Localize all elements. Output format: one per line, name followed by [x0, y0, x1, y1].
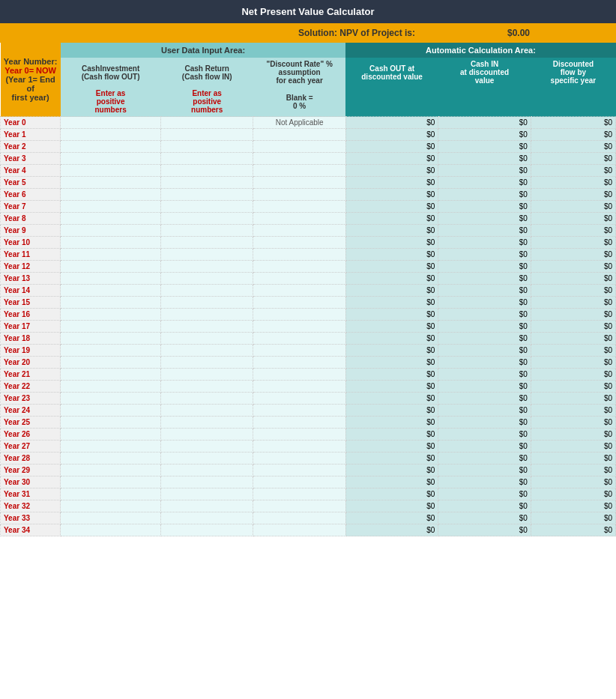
cash-return-input-cell[interactable]: [160, 309, 253, 321]
investment-input-cell[interactable]: [61, 285, 161, 297]
cash-return-input-cell[interactable]: [160, 177, 253, 189]
investment-input-cell[interactable]: [61, 345, 161, 357]
discount-rate-input-cell[interactable]: [253, 345, 345, 357]
cash-return-input-cell[interactable]: [160, 345, 253, 357]
cash-return-input-cell[interactable]: [160, 153, 253, 165]
discount-rate-input-cell[interactable]: [253, 393, 345, 405]
discount-rate-input-cell[interactable]: [253, 488, 345, 500]
cash-return-input-cell[interactable]: [160, 165, 253, 177]
discount-rate-input-cell[interactable]: [253, 500, 345, 512]
discount-rate-input-cell[interactable]: [253, 441, 345, 453]
investment-input-cell[interactable]: [61, 500, 161, 512]
investment-input-cell[interactable]: [61, 309, 161, 321]
investment-input-cell[interactable]: [61, 201, 161, 213]
cash-return-input-cell[interactable]: [160, 141, 253, 153]
investment-input-cell[interactable]: [61, 429, 161, 441]
investment-input-cell[interactable]: [61, 177, 161, 189]
cash-return-input-cell[interactable]: [160, 512, 253, 524]
discount-rate-input-cell[interactable]: [253, 261, 345, 273]
discount-rate-input-cell[interactable]: [253, 321, 345, 333]
cash-return-input-cell[interactable]: [160, 393, 253, 405]
investment-input-cell[interactable]: [61, 381, 161, 393]
discount-rate-input-cell[interactable]: [253, 333, 345, 345]
investment-input-cell[interactable]: [61, 141, 161, 153]
investment-input-cell[interactable]: [61, 465, 161, 476]
cash-return-input-cell[interactable]: [160, 441, 253, 453]
cash-return-input-cell[interactable]: [160, 357, 253, 369]
cash-return-input-cell[interactable]: [160, 189, 253, 201]
investment-input-cell[interactable]: [61, 405, 161, 417]
investment-input-cell[interactable]: [61, 321, 161, 333]
investment-input-cell[interactable]: [61, 393, 161, 405]
discount-rate-input-cell[interactable]: [253, 429, 345, 441]
discount-rate-input-cell[interactable]: [253, 225, 345, 237]
cash-return-input-cell[interactable]: [160, 429, 253, 441]
discount-rate-input-cell[interactable]: [253, 512, 345, 524]
discount-rate-input-cell[interactable]: [253, 369, 345, 381]
investment-input-cell[interactable]: [61, 441, 161, 453]
cash-return-input-cell[interactable]: [160, 117, 253, 129]
discount-rate-input-cell[interactable]: [253, 189, 345, 201]
cash-return-input-cell[interactable]: [160, 417, 253, 429]
cash-return-input-cell[interactable]: [160, 261, 253, 273]
discount-rate-input-cell[interactable]: [253, 237, 345, 249]
investment-input-cell[interactable]: [61, 273, 161, 285]
discount-rate-input-cell[interactable]: [253, 213, 345, 225]
cash-return-input-cell[interactable]: [160, 476, 253, 488]
investment-input-cell[interactable]: [61, 333, 161, 345]
discount-rate-input-cell[interactable]: [253, 273, 345, 285]
investment-input-cell[interactable]: [61, 117, 161, 129]
cash-return-input-cell[interactable]: [160, 369, 253, 381]
discount-rate-input-cell[interactable]: [253, 476, 345, 488]
investment-input-cell[interactable]: [61, 369, 161, 381]
investment-input-cell[interactable]: [61, 225, 161, 237]
investment-input-cell[interactable]: [61, 153, 161, 165]
discount-rate-input-cell[interactable]: [253, 285, 345, 297]
cash-return-input-cell[interactable]: [160, 285, 253, 297]
investment-input-cell[interactable]: [61, 476, 161, 488]
discount-rate-input-cell[interactable]: [253, 453, 345, 465]
cash-return-input-cell[interactable]: [160, 381, 253, 393]
discount-rate-input-cell[interactable]: [253, 129, 345, 141]
investment-input-cell[interactable]: [61, 524, 161, 536]
investment-input-cell[interactable]: [61, 417, 161, 429]
investment-input-cell[interactable]: [61, 261, 161, 273]
cash-return-input-cell[interactable]: [160, 500, 253, 512]
cash-return-input-cell[interactable]: [160, 201, 253, 213]
investment-input-cell[interactable]: [61, 512, 161, 524]
discount-rate-input-cell[interactable]: [253, 309, 345, 321]
discount-rate-input-cell[interactable]: [253, 201, 345, 213]
cash-return-input-cell[interactable]: [160, 129, 253, 141]
discount-rate-input-cell[interactable]: [253, 141, 345, 153]
cash-return-input-cell[interactable]: [160, 321, 253, 333]
investment-input-cell[interactable]: [61, 237, 161, 249]
discount-rate-input-cell[interactable]: [253, 249, 345, 261]
discount-rate-input-cell[interactable]: [253, 524, 345, 536]
investment-input-cell[interactable]: [61, 165, 161, 177]
cash-return-input-cell[interactable]: [160, 213, 253, 225]
discount-rate-input-cell[interactable]: [253, 381, 345, 393]
cash-return-input-cell[interactable]: [160, 273, 253, 285]
cash-return-input-cell[interactable]: [160, 488, 253, 500]
cash-return-input-cell[interactable]: [160, 524, 253, 536]
investment-input-cell[interactable]: [61, 213, 161, 225]
investment-input-cell[interactable]: [61, 297, 161, 309]
discount-rate-input-cell[interactable]: [253, 297, 345, 309]
investment-input-cell[interactable]: [61, 488, 161, 500]
discount-rate-input-cell[interactable]: [253, 357, 345, 369]
cash-return-input-cell[interactable]: [160, 249, 253, 261]
cash-return-input-cell[interactable]: [160, 297, 253, 309]
investment-input-cell[interactable]: [61, 357, 161, 369]
discount-rate-input-cell[interactable]: [253, 153, 345, 165]
investment-input-cell[interactable]: [61, 189, 161, 201]
discount-rate-input-cell[interactable]: [253, 177, 345, 189]
investment-input-cell[interactable]: [61, 453, 161, 465]
cash-return-input-cell[interactable]: [160, 405, 253, 417]
discount-rate-input-cell[interactable]: [253, 405, 345, 417]
discount-rate-input-cell[interactable]: [253, 417, 345, 429]
discount-rate-input-cell[interactable]: [253, 165, 345, 177]
cash-return-input-cell[interactable]: [160, 237, 253, 249]
cash-return-input-cell[interactable]: [160, 465, 253, 476]
discount-rate-input-cell[interactable]: [253, 465, 345, 476]
investment-input-cell[interactable]: [61, 129, 161, 141]
